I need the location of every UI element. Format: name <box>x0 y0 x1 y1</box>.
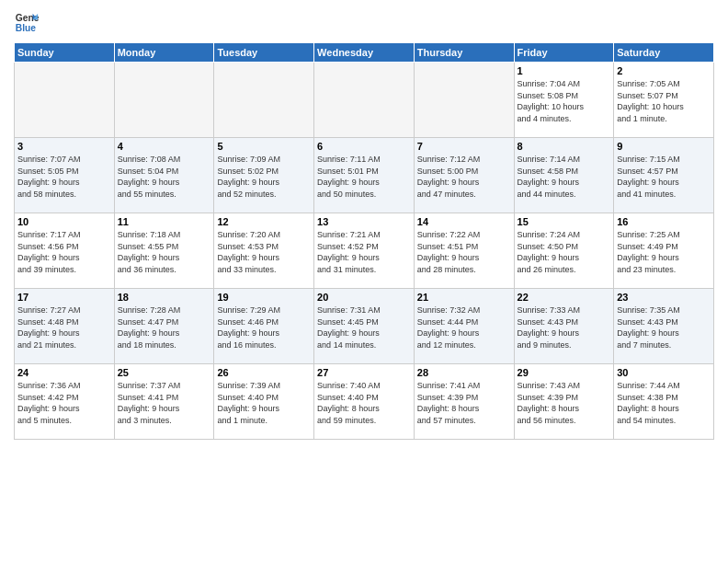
calendar-cell <box>214 63 314 138</box>
week-row-4: 24Sunrise: 7:36 AM Sunset: 4:42 PM Dayli… <box>15 364 714 440</box>
logo-icon: General Blue <box>14 9 40 35</box>
calendar-cell: 11Sunrise: 7:18 AM Sunset: 4:55 PM Dayli… <box>114 213 214 289</box>
day-info: Sunrise: 7:21 AM Sunset: 4:52 PM Dayligh… <box>317 229 411 275</box>
calendar-cell: 26Sunrise: 7:39 AM Sunset: 4:40 PM Dayli… <box>214 364 314 440</box>
day-number: 22 <box>518 292 611 303</box>
calendar-cell: 15Sunrise: 7:24 AM Sunset: 4:50 PM Dayli… <box>514 213 614 289</box>
day-number: 6 <box>317 141 411 152</box>
day-info: Sunrise: 7:24 AM Sunset: 4:50 PM Dayligh… <box>518 229 611 275</box>
day-number: 10 <box>17 216 111 227</box>
calendar-cell: 21Sunrise: 7:32 AM Sunset: 4:44 PM Dayli… <box>414 289 514 364</box>
calendar-cell: 30Sunrise: 7:44 AM Sunset: 4:38 PM Dayli… <box>614 364 714 440</box>
day-info: Sunrise: 7:32 AM Sunset: 4:44 PM Dayligh… <box>417 304 511 350</box>
calendar-cell: 25Sunrise: 7:37 AM Sunset: 4:41 PM Dayli… <box>114 364 214 440</box>
day-number: 23 <box>617 292 711 303</box>
day-info: Sunrise: 7:14 AM Sunset: 4:58 PM Dayligh… <box>518 154 611 200</box>
day-number: 27 <box>317 367 411 378</box>
calendar-cell: 19Sunrise: 7:29 AM Sunset: 4:46 PM Dayli… <box>214 289 314 364</box>
calendar-cell: 10Sunrise: 7:17 AM Sunset: 4:56 PM Dayli… <box>15 213 115 289</box>
day-number: 4 <box>118 141 211 152</box>
calendar-cell <box>414 63 514 138</box>
calendar-cell: 3Sunrise: 7:07 AM Sunset: 5:05 PM Daylig… <box>15 138 115 213</box>
calendar-container: General Blue SundayMondayTuesdayWednesda… <box>0 0 728 563</box>
day-info: Sunrise: 7:11 AM Sunset: 5:01 PM Dayligh… <box>317 154 411 200</box>
calendar-cell: 17Sunrise: 7:27 AM Sunset: 4:48 PM Dayli… <box>15 289 115 364</box>
day-info: Sunrise: 7:35 AM Sunset: 4:43 PM Dayligh… <box>617 304 711 350</box>
calendar-cell: 7Sunrise: 7:12 AM Sunset: 5:00 PM Daylig… <box>414 138 514 213</box>
weekday-header-sunday: Sunday <box>15 43 115 63</box>
calendar-cell: 1Sunrise: 7:04 AM Sunset: 5:08 PM Daylig… <box>514 63 614 138</box>
calendar-cell: 14Sunrise: 7:22 AM Sunset: 4:51 PM Dayli… <box>414 213 514 289</box>
week-row-2: 10Sunrise: 7:17 AM Sunset: 4:56 PM Dayli… <box>15 213 714 289</box>
day-info: Sunrise: 7:28 AM Sunset: 4:47 PM Dayligh… <box>118 304 211 350</box>
day-info: Sunrise: 7:41 AM Sunset: 4:39 PM Dayligh… <box>417 380 511 426</box>
day-number: 24 <box>17 367 111 378</box>
day-number: 20 <box>317 292 411 303</box>
day-number: 1 <box>518 65 611 76</box>
day-number: 13 <box>317 216 411 227</box>
weekday-header-friday: Friday <box>514 43 614 63</box>
calendar-cell: 6Sunrise: 7:11 AM Sunset: 5:01 PM Daylig… <box>314 138 415 213</box>
calendar-cell: 9Sunrise: 7:15 AM Sunset: 4:57 PM Daylig… <box>614 138 714 213</box>
day-info: Sunrise: 7:07 AM Sunset: 5:05 PM Dayligh… <box>17 154 111 200</box>
day-info: Sunrise: 7:17 AM Sunset: 4:56 PM Dayligh… <box>17 229 111 275</box>
day-info: Sunrise: 7:40 AM Sunset: 4:40 PM Dayligh… <box>317 380 411 426</box>
calendar-cell: 2Sunrise: 7:05 AM Sunset: 5:07 PM Daylig… <box>614 63 714 138</box>
day-number: 16 <box>617 216 711 227</box>
week-row-1: 3Sunrise: 7:07 AM Sunset: 5:05 PM Daylig… <box>15 138 714 213</box>
weekday-header-thursday: Thursday <box>414 43 514 63</box>
day-info: Sunrise: 7:05 AM Sunset: 5:07 PM Dayligh… <box>617 78 711 124</box>
day-number: 12 <box>217 216 311 227</box>
weekday-header-tuesday: Tuesday <box>214 43 314 63</box>
calendar-cell: 5Sunrise: 7:09 AM Sunset: 5:02 PM Daylig… <box>214 138 314 213</box>
header: General Blue <box>14 9 714 35</box>
day-number: 28 <box>417 367 511 378</box>
weekday-header-wednesday: Wednesday <box>314 43 415 63</box>
calendar-cell <box>15 63 115 138</box>
day-info: Sunrise: 7:27 AM Sunset: 4:48 PM Dayligh… <box>17 304 111 350</box>
svg-text:Blue: Blue <box>16 23 37 33</box>
calendar-cell: 8Sunrise: 7:14 AM Sunset: 4:58 PM Daylig… <box>514 138 614 213</box>
calendar-cell: 24Sunrise: 7:36 AM Sunset: 4:42 PM Dayli… <box>15 364 115 440</box>
day-info: Sunrise: 7:36 AM Sunset: 4:42 PM Dayligh… <box>17 380 111 426</box>
calendar-cell: 20Sunrise: 7:31 AM Sunset: 4:45 PM Dayli… <box>314 289 415 364</box>
calendar-cell: 4Sunrise: 7:08 AM Sunset: 5:04 PM Daylig… <box>114 138 214 213</box>
calendar-cell: 22Sunrise: 7:33 AM Sunset: 4:43 PM Dayli… <box>514 289 614 364</box>
day-number: 2 <box>617 65 711 76</box>
day-info: Sunrise: 7:43 AM Sunset: 4:39 PM Dayligh… <box>518 380 611 426</box>
calendar-cell: 12Sunrise: 7:20 AM Sunset: 4:53 PM Dayli… <box>214 213 314 289</box>
day-info: Sunrise: 7:33 AM Sunset: 4:43 PM Dayligh… <box>518 304 611 350</box>
day-info: Sunrise: 7:04 AM Sunset: 5:08 PM Dayligh… <box>518 78 611 124</box>
day-number: 18 <box>118 292 211 303</box>
day-number: 5 <box>217 141 311 152</box>
week-row-0: 1Sunrise: 7:04 AM Sunset: 5:08 PM Daylig… <box>15 63 714 138</box>
day-info: Sunrise: 7:18 AM Sunset: 4:55 PM Dayligh… <box>118 229 211 275</box>
day-number: 17 <box>17 292 111 303</box>
day-info: Sunrise: 7:09 AM Sunset: 5:02 PM Dayligh… <box>217 154 311 200</box>
calendar-cell: 27Sunrise: 7:40 AM Sunset: 4:40 PM Dayli… <box>314 364 415 440</box>
day-number: 25 <box>118 367 211 378</box>
calendar-cell: 29Sunrise: 7:43 AM Sunset: 4:39 PM Dayli… <box>514 364 614 440</box>
calendar-cell: 18Sunrise: 7:28 AM Sunset: 4:47 PM Dayli… <box>114 289 214 364</box>
day-number: 8 <box>518 141 611 152</box>
calendar-cell: 16Sunrise: 7:25 AM Sunset: 4:49 PM Dayli… <box>614 213 714 289</box>
day-info: Sunrise: 7:25 AM Sunset: 4:49 PM Dayligh… <box>617 229 711 275</box>
day-info: Sunrise: 7:29 AM Sunset: 4:46 PM Dayligh… <box>217 304 311 350</box>
day-info: Sunrise: 7:22 AM Sunset: 4:51 PM Dayligh… <box>417 229 511 275</box>
calendar-cell: 28Sunrise: 7:41 AM Sunset: 4:39 PM Dayli… <box>414 364 514 440</box>
calendar-cell <box>114 63 214 138</box>
day-info: Sunrise: 7:37 AM Sunset: 4:41 PM Dayligh… <box>118 380 211 426</box>
day-info: Sunrise: 7:08 AM Sunset: 5:04 PM Dayligh… <box>118 154 211 200</box>
day-number: 29 <box>518 367 611 378</box>
weekday-header-row: SundayMondayTuesdayWednesdayThursdayFrid… <box>15 43 714 63</box>
day-info: Sunrise: 7:39 AM Sunset: 4:40 PM Dayligh… <box>217 380 311 426</box>
weekday-header-saturday: Saturday <box>614 43 714 63</box>
day-number: 15 <box>518 216 611 227</box>
day-info: Sunrise: 7:20 AM Sunset: 4:53 PM Dayligh… <box>217 229 311 275</box>
day-info: Sunrise: 7:15 AM Sunset: 4:57 PM Dayligh… <box>617 154 711 200</box>
calendar-table: SundayMondayTuesdayWednesdayThursdayFrid… <box>14 42 714 440</box>
logo: General Blue <box>14 9 43 35</box>
calendar-cell: 13Sunrise: 7:21 AM Sunset: 4:52 PM Dayli… <box>314 213 415 289</box>
calendar-cell <box>314 63 415 138</box>
day-number: 21 <box>417 292 511 303</box>
